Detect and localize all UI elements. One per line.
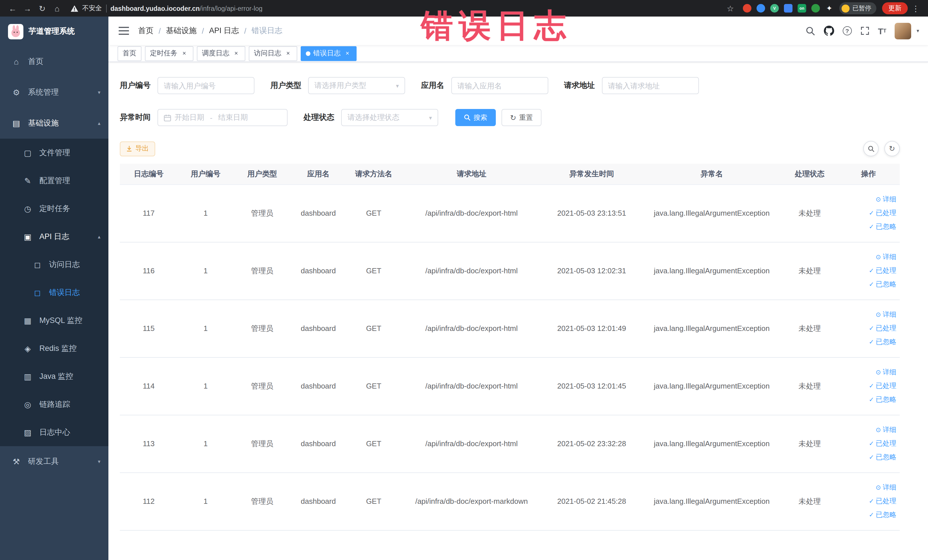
detail-link[interactable]: ⊙详细 (876, 368, 896, 377)
sidebar-item-trace[interactable]: ◎ 链路追踪 (0, 390, 108, 418)
app-name-input[interactable] (457, 81, 542, 90)
close-icon[interactable]: × (180, 49, 188, 57)
reload-button[interactable]: ↻ (35, 2, 49, 15)
sidebar-item-infrastructure[interactable]: ▤ 基础设施 ▴ (0, 108, 108, 139)
ignored-link[interactable]: ✓已忽略 (869, 395, 896, 404)
processed-link[interactable]: ✓已处理 (869, 439, 896, 449)
browser-menu-icon[interactable]: ⋮ (909, 2, 923, 15)
avatar[interactable] (895, 23, 911, 39)
ignored-link[interactable]: ✓已忽略 (869, 337, 896, 347)
tab-label: 错误日志 (313, 49, 340, 58)
back-button[interactable]: ← (6, 2, 20, 15)
avatar-caret-icon[interactable]: ▾ (917, 28, 919, 34)
close-icon[interactable]: × (284, 49, 292, 57)
processed-link[interactable]: ✓已处理 (869, 266, 896, 276)
bookmark-star-icon[interactable]: ☆ (723, 2, 737, 15)
sidebar-menu: ⌂ 首页 ⚙ 系统管理 ▾ ▤ 基础设施 ▴ ▢ 文件管理 ✎ 配置管理 ◷ 定… (0, 46, 108, 477)
processed-link[interactable]: ✓已处理 (869, 323, 896, 333)
breadcrumb-item-error-log[interactable]: 错误日志 / (252, 26, 282, 36)
view-icon: ⊙ (876, 484, 881, 491)
export-button[interactable]: 导出 (120, 141, 155, 156)
extension-icon-blue-drop[interactable] (757, 4, 765, 12)
ignored-link[interactable]: ✓已忽略 (869, 279, 896, 289)
chevron-down-icon: ▾ (429, 114, 432, 121)
close-icon[interactable]: × (343, 49, 351, 57)
font-size-icon[interactable]: TT (878, 26, 886, 35)
filter-exception-time: 异常时间 开始日期 - 结束日期 (120, 109, 288, 126)
user-type-placeholder: 请选择用户类型 (314, 81, 366, 91)
browser-update-button[interactable]: 更新 (882, 2, 908, 14)
cell-status: 未处理 (782, 184, 837, 242)
cell-user-id: 1 (177, 242, 234, 299)
tab-error-log[interactable]: 错误日志 × (301, 46, 357, 61)
breadcrumb-item-infrastructure[interactable]: 基础设施 / (166, 26, 204, 36)
close-icon[interactable]: × (232, 49, 240, 57)
detail-link[interactable]: ⊙详细 (876, 483, 896, 492)
processed-link[interactable]: ✓已处理 (869, 496, 896, 506)
github-icon[interactable] (824, 26, 834, 36)
request-url-input[interactable] (608, 81, 692, 90)
tab-scheduled-tasks[interactable]: 定时任务 × (145, 46, 194, 61)
refresh-table-button[interactable]: ↻ (884, 141, 900, 156)
ignored-link[interactable]: ✓已忽略 (869, 452, 896, 462)
detail-link[interactable]: ⊙详细 (876, 252, 896, 262)
sidebar-item-scheduled-tasks[interactable]: ◷ 定时任务 (0, 195, 108, 223)
check-icon: ✓ (869, 325, 874, 332)
detail-link[interactable]: ⊙详细 (876, 195, 896, 204)
help-icon[interactable]: ? (843, 26, 852, 35)
tab-job-log[interactable]: 调度日志 × (197, 46, 245, 61)
search-icon[interactable] (806, 26, 815, 36)
logo[interactable]: 芋道管理系统 (0, 17, 108, 46)
sidebar-item-redis-monitor[interactable]: ◈ Redis 监控 (0, 334, 108, 362)
processed-link[interactable]: ✓已处理 (869, 208, 896, 218)
sidebar-item-mysql-monitor[interactable]: ▦ MySQL 监控 (0, 307, 108, 334)
extension-icon-grid[interactable] (784, 4, 792, 12)
processed-link[interactable]: ✓已处理 (869, 381, 896, 391)
cell-actions: ⊙详细 ✓已处理 ✓已忽略 (837, 299, 900, 357)
sidebar-item-file-management[interactable]: ▢ 文件管理 (0, 139, 108, 166)
forward-button[interactable]: → (21, 2, 34, 15)
ignored-link[interactable]: ✓已忽略 (869, 510, 896, 520)
breadcrumb-item-api-log[interactable]: API 日志 / (209, 26, 246, 36)
hamburger-icon[interactable] (119, 30, 129, 31)
extension-icon-pinwheel[interactable]: ✦ (825, 4, 833, 12)
detail-link[interactable]: ⊙详细 (876, 425, 896, 435)
extension-icon-vue-devtools[interactable]: V (770, 4, 779, 12)
tab-label: 调度日志 (202, 49, 229, 58)
tab-home[interactable]: 首页 × (118, 46, 142, 61)
user-type-select[interactable]: 请选择用户类型 ▾ (308, 77, 405, 94)
process-status-select[interactable]: 请选择处理状态 ▾ (341, 109, 438, 126)
ignored-link[interactable]: ✓已忽略 (869, 222, 896, 232)
sidebar-item-label: 基础设施 (28, 118, 59, 128)
reset-button[interactable]: ↻ 重置 (502, 109, 542, 126)
search-button[interactable]: 搜索 (455, 109, 496, 126)
fullscreen-icon[interactable] (860, 26, 870, 35)
user-id-label: 用户编号 (120, 81, 151, 91)
process-status-placeholder: 请选择处理状态 (348, 112, 399, 123)
smiley-icon (841, 4, 850, 12)
sidebar-item-access-log[interactable]: ◻ 访问日志 (0, 250, 108, 278)
sidebar-item-dev-tools[interactable]: ⚒ 研发工具 ▾ (0, 446, 108, 477)
address-bar[interactable]: 不安全 dashboard.yudao.iocoder.cn/infra/log… (71, 4, 722, 12)
cell-method: GET (346, 242, 401, 299)
sidebar-item-home[interactable]: ⌂ 首页 (0, 46, 108, 77)
sidebar-item-api-log[interactable]: ▣ API 日志 ▴ (0, 223, 108, 250)
extension-icon-on-badge[interactable]: on (798, 4, 806, 12)
cell-request-url: /api/infra/db-doc/export-html (401, 299, 542, 357)
extension-icon-tree[interactable] (811, 4, 820, 12)
sidebar-item-system-management[interactable]: ⚙ 系统管理 ▾ (0, 77, 108, 108)
breadcrumb-item-home[interactable]: 首页 / (138, 26, 161, 36)
user-id-input[interactable] (164, 81, 248, 90)
paused-extension-button[interactable]: 已暂停 (839, 2, 876, 14)
date-range-picker[interactable]: 开始日期 - 结束日期 (157, 109, 288, 126)
sidebar-item-config-management[interactable]: ✎ 配置管理 (0, 166, 108, 195)
toggle-search-button[interactable] (863, 141, 879, 156)
tab-access-log[interactable]: 访问日志 × (249, 46, 297, 61)
detail-link[interactable]: ⊙详细 (876, 310, 896, 319)
sidebar-item-java-monitor[interactable]: ▥ Java 监控 (0, 362, 108, 390)
sidebar-item-error-log[interactable]: ◻ 错误日志 (0, 278, 108, 307)
table-row: 117 1 管理员 dashboard GET /api/infra/db-do… (120, 184, 900, 242)
extension-icon-red[interactable] (743, 4, 751, 12)
browser-home-button[interactable]: ⌂ (50, 2, 64, 15)
sidebar-item-log-center[interactable]: ▨ 日志中心 (0, 418, 108, 446)
